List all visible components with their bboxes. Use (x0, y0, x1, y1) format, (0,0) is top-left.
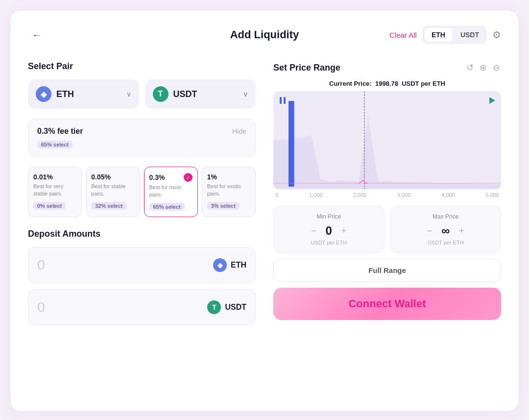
svg-rect-5 (284, 97, 286, 104)
deposit-section: Deposit Amounts 0 ◈ ETH 0 T USDT (28, 229, 256, 325)
fee-option-005[interactable]: 0.05% Best for stable pairs. 32% select (86, 167, 140, 217)
refresh-button[interactable]: ↺ (465, 61, 475, 74)
main-layout: Select Pair ◈ ETH ∨ T USDT ∨ 0.3% fee ti… (28, 61, 501, 331)
min-price-controls: − 0 + (282, 224, 376, 238)
max-price-controls: − ∞ + (399, 224, 493, 238)
fee-desc-001: Best for very stable pairs. (33, 183, 76, 198)
fee-option-1-header: 1% (207, 173, 250, 181)
right-panel: Set Price Range ↺ ⊕ ⊖ Current Price: 199… (273, 61, 501, 331)
select-pair-title: Select Pair (28, 61, 256, 72)
clear-all-button[interactable]: Clear All (389, 31, 417, 39)
chart-xaxis: 0 1,000 2,000 3,000 4,000 5,000 (273, 192, 501, 198)
svg-marker-6 (489, 97, 495, 104)
left-panel: Select Pair ◈ ETH ∨ T USDT ∨ 0.3% fee ti… (28, 61, 256, 331)
deposit-eth-icon: ◈ (213, 258, 227, 272)
tab-usdt[interactable]: USDT (454, 26, 486, 43)
fee-option-005-header: 0.05% (91, 173, 134, 181)
check-icon: ✓ (184, 173, 192, 182)
fee-tier-header: 0.3% fee tier Hide (37, 127, 246, 136)
zoom-out-button[interactable]: ⊖ (492, 61, 501, 74)
token-tabs: ETH USDT (423, 26, 486, 44)
fee-badge-03: 65% select (149, 203, 185, 211)
connect-wallet-button[interactable]: Connect Wallet (273, 288, 501, 320)
min-price-unit: USDT per ETH (282, 240, 376, 246)
current-price-value: 1998.78 (375, 80, 398, 87)
max-price-unit: USDT per ETH (399, 240, 493, 246)
max-price-decrease[interactable]: − (424, 225, 435, 237)
eth-token-select[interactable]: ◈ ETH ∨ (28, 79, 139, 109)
chart-pause-button[interactable] (278, 96, 287, 106)
deposit-eth-value: 0 (37, 257, 45, 273)
header: ← Add Liquidity Clear All ETH USDT ⚙ (28, 26, 501, 44)
fee-pct-001: 0.01% (33, 173, 53, 181)
xaxis-1000: 1,000 (309, 192, 323, 198)
tab-eth[interactable]: ETH (425, 28, 452, 42)
header-right: Clear All ETH USDT ⚙ (389, 26, 501, 44)
zoom-in-button[interactable]: ⊕ (479, 61, 488, 74)
price-range-header: Set Price Range ↺ ⊕ ⊖ (273, 61, 501, 74)
fee-tier-label: 0.3% fee tier (37, 127, 83, 136)
fee-option-001[interactable]: 0.01% Best for very stable pairs. 0% sel… (28, 167, 82, 217)
deposit-eth-input[interactable]: 0 ◈ ETH (28, 247, 256, 283)
deposit-title: Deposit Amounts (28, 229, 256, 239)
max-price-value: ∞ (441, 224, 450, 238)
min-price-increase[interactable]: + (338, 225, 350, 237)
fee-option-03[interactable]: 0.3% ✓ Best for most pairs. 65% select (144, 167, 198, 217)
usdt-token-name: USDT (173, 89, 197, 99)
full-range-button[interactable]: Full Range (273, 259, 501, 282)
max-price-card: Max Price − ∞ + USDT per ETH (390, 206, 502, 253)
hide-button[interactable]: Hide (232, 127, 246, 135)
chart-container (273, 91, 501, 189)
current-price-label: Current Price: (329, 80, 372, 87)
current-price-row: Current Price: 1998.78 USDT per ETH (273, 80, 501, 87)
eth-chevron-icon: ∨ (126, 90, 131, 98)
fee-pct-03: 0.3% (149, 173, 165, 181)
min-price-value: 0 (326, 224, 332, 238)
min-price-card: Min Price − 0 + USDT per ETH (273, 206, 385, 253)
min-price-decrease[interactable]: − (308, 225, 320, 237)
deposit-usdt-value: 0 (37, 299, 45, 315)
fee-tier-card: 0.3% fee tier Hide 65% select (28, 119, 256, 157)
svg-rect-4 (280, 97, 282, 104)
xaxis-5000: 5,000 (485, 192, 499, 198)
fee-desc-1: Best for exotic pairs. (207, 183, 250, 198)
fee-badge-1: 3% select (207, 202, 240, 210)
max-price-label: Max Price (399, 213, 493, 220)
token-selectors: ◈ ETH ∨ T USDT ∨ (28, 79, 256, 109)
deposit-eth-token-name: ETH (231, 261, 246, 270)
fee-pct-1: 1% (207, 173, 217, 181)
xaxis-3000: 3,000 (397, 192, 411, 198)
svg-rect-2 (289, 101, 294, 187)
usdt-token-select[interactable]: T USDT ∨ (145, 79, 256, 109)
deposit-usdt-input[interactable]: 0 T USDT (28, 289, 256, 325)
page-title: Add Liquidity (230, 28, 299, 41)
fee-pct-005: 0.05% (91, 173, 111, 181)
xaxis-2000: 2,000 (353, 192, 367, 198)
price-inputs: Min Price − 0 + USDT per ETH Max Price −… (273, 206, 501, 253)
current-price-unit: USDT per ETH (402, 80, 445, 87)
chart-play-button[interactable] (487, 96, 496, 106)
fee-tier-badge: 65% select (37, 141, 72, 148)
eth-icon: ◈ (36, 86, 51, 102)
fee-desc-005: Best for stable pairs. (91, 183, 134, 198)
usdt-icon: T (153, 86, 168, 102)
eth-token-name: ETH (56, 89, 74, 99)
price-range-title: Set Price Range (273, 63, 340, 73)
settings-button[interactable]: ⚙ (492, 29, 501, 41)
fee-badge-001: 0% select (33, 202, 66, 210)
fee-option-001-header: 0.01% (33, 173, 76, 181)
fee-desc-03: Best for most pairs. (149, 184, 192, 199)
fee-option-03-header: 0.3% ✓ (149, 173, 192, 182)
fee-badge-005: 32% select (91, 202, 126, 210)
deposit-usdt-token-name: USDT (225, 303, 246, 312)
fee-option-1[interactable]: 1% Best for exotic pairs. 3% select (202, 167, 256, 217)
max-price-increase[interactable]: + (456, 225, 467, 237)
deposit-eth-token: ◈ ETH (213, 258, 246, 272)
xaxis-0: 0 (275, 192, 278, 198)
deposit-usdt-icon: T (207, 300, 221, 314)
fee-options: 0.01% Best for very stable pairs. 0% sel… (28, 167, 256, 217)
back-button[interactable]: ← (28, 27, 46, 43)
deposit-usdt-token: T USDT (207, 300, 246, 314)
chart-controls: ↺ ⊕ ⊖ (465, 61, 501, 74)
min-price-label: Min Price (282, 213, 376, 220)
